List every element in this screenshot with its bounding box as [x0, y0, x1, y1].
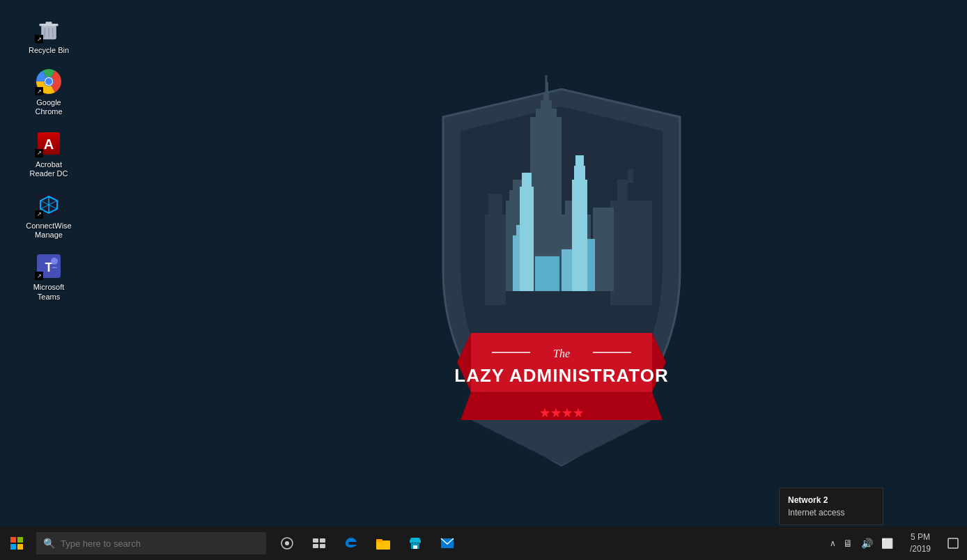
- svg-rect-29: [543, 92, 549, 102]
- desktop: ↗ Recycle Bin: [0, 0, 967, 560]
- acrobat-reader-label: Acrobat Reader DC: [24, 160, 74, 178]
- svg-rect-24: [617, 180, 628, 201]
- battery-tray-icon[interactable]: ⬜: [879, 536, 896, 550]
- start-button[interactable]: [0, 527, 33, 560]
- svg-rect-58: [10, 537, 16, 543]
- recycle-bin-icon[interactable]: ↗ Recycle Bin: [21, 13, 77, 58]
- desktop-icons-column: ↗ Recycle Bin: [21, 13, 77, 304]
- svg-rect-23: [610, 201, 652, 305]
- svg-rect-64: [313, 538, 318, 543]
- svg-rect-71: [413, 545, 417, 549]
- system-tray-area: ∧ 🖥 🔊 ⬜ 5 PM /2019: [823, 527, 967, 560]
- search-input[interactable]: [61, 538, 259, 549]
- mail-button[interactable]: [432, 527, 463, 560]
- microsoft-teams-icon[interactable]: T ↗ Microsoft Teams: [21, 249, 77, 304]
- svg-rect-61: [17, 544, 23, 550]
- google-chrome-label: Google Chrome: [24, 98, 74, 116]
- svg-rect-37: [593, 208, 614, 291]
- svg-rect-66: [313, 544, 318, 548]
- svg-rect-40: [535, 256, 559, 291]
- network-status: Internet access: [788, 506, 874, 519]
- svg-rect-28: [541, 100, 552, 110]
- svg-text:The: The: [553, 348, 570, 359]
- svg-rect-47: [575, 155, 584, 167]
- svg-rect-67: [320, 544, 325, 548]
- svg-rect-69: [376, 539, 382, 542]
- svg-rect-21: [485, 215, 506, 305]
- clock-date: /2019: [910, 543, 931, 555]
- recycle-bin-label: Recycle Bin: [29, 46, 69, 55]
- acrobat-reader-icon[interactable]: A ↗ Acrobat Reader DC: [21, 127, 77, 181]
- svg-rect-43: [520, 187, 534, 291]
- system-clock[interactable]: 5 PM /2019: [902, 527, 939, 560]
- file-explorer-button[interactable]: [368, 527, 399, 560]
- taskbar-search-bar[interactable]: 🔍: [36, 532, 266, 554]
- taskbar-quick-icons: [272, 527, 463, 560]
- svg-point-9: [45, 78, 52, 85]
- svg-rect-65: [320, 538, 325, 543]
- notification-center-button[interactable]: [939, 527, 967, 560]
- shortcut-arrow: ↗: [35, 210, 43, 219]
- svg-rect-73: [948, 538, 958, 548]
- connectwise-label: ConnectWise Manage: [24, 221, 74, 240]
- svg-point-63: [285, 541, 289, 545]
- svg-text:★★★★: ★★★★: [539, 406, 584, 420]
- svg-rect-22: [488, 194, 502, 215]
- shortcut-arrow: ↗: [35, 149, 43, 157]
- network-popup: Network 2 Internet access: [779, 488, 883, 525]
- shortcut-arrow: ↗: [35, 87, 43, 95]
- taskbar: 🔍: [0, 527, 967, 560]
- network-name: Network 2: [788, 494, 874, 506]
- tray-overflow-button[interactable]: ∧: [828, 537, 837, 550]
- svg-line-5: [52, 28, 53, 38]
- svg-text:A: A: [44, 137, 54, 152]
- store-button[interactable]: [400, 527, 431, 560]
- svg-point-20: [51, 258, 58, 265]
- svg-rect-46: [574, 166, 585, 181]
- microsoft-teams-label: Microsoft Teams: [24, 283, 74, 301]
- svg-text:LAZY ADMINISTRATOR: LAZY ADMINISTRATOR: [454, 365, 668, 386]
- shortcut-arrow: ↗: [35, 35, 43, 43]
- svg-rect-60: [10, 544, 16, 550]
- svg-rect-59: [17, 537, 23, 543]
- search-icon: 🔍: [43, 538, 55, 549]
- connectwise-icon[interactable]: ↗ ConnectWise Manage: [21, 188, 77, 242]
- wallpaper-logo: The LAZY ADMINISTRATOR ★★★★ ★★★★: [422, 61, 701, 482]
- network-tray-icon[interactable]: 🖥: [840, 536, 856, 550]
- svg-rect-27: [536, 109, 557, 119]
- google-chrome-icon[interactable]: ↗ Google Chrome: [21, 65, 77, 119]
- shortcut-arrow: ↗: [35, 272, 43, 280]
- svg-rect-44: [522, 173, 532, 188]
- volume-tray-icon[interactable]: 🔊: [858, 536, 876, 550]
- svg-rect-25: [628, 169, 633, 183]
- system-tray: ∧ 🖥 🔊 ⬜: [823, 527, 902, 560]
- task-view-button[interactable]: [272, 527, 302, 560]
- svg-line-3: [45, 28, 45, 38]
- task-switcher-button[interactable]: [304, 527, 334, 560]
- clock-time: 5 PM: [911, 531, 930, 543]
- edge-browser-button[interactable]: [336, 527, 366, 560]
- svg-rect-2: [46, 22, 52, 24]
- svg-rect-45: [572, 180, 587, 291]
